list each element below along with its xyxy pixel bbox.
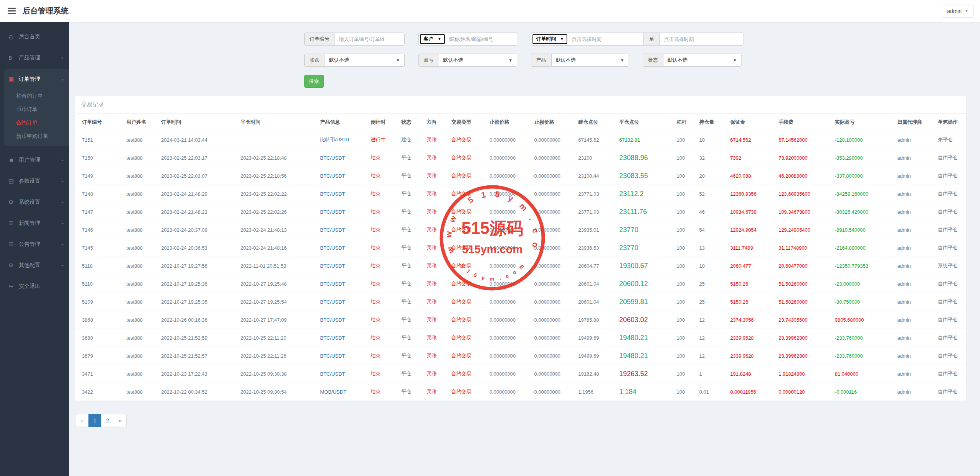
sidebar-item-用户管理[interactable]: ☻用户管理▸: [0, 149, 69, 170]
customer-select[interactable]: 客户 ▼: [420, 34, 445, 44]
sidebar-subitem-合约订单[interactable]: 合约订单: [4, 116, 69, 129]
direction: 买涨: [423, 221, 448, 239]
sidebar-item-订单管理[interactable]: ▣订单管理▾: [4, 69, 69, 89]
open-time: 2022-10-23 17:22:43: [158, 365, 237, 383]
trade-type: 合约交易: [448, 239, 486, 257]
direction: 买涨: [423, 275, 448, 293]
filter-select-状态[interactable]: 默认不选▼: [663, 54, 741, 66]
sidebar-subitem-新币申购订单[interactable]: 新币申购订单: [4, 129, 69, 143]
filter-select-涨跌[interactable]: 默认不选▼: [325, 54, 404, 66]
user-name: test888: [123, 311, 158, 329]
page-button-2[interactable]: 2: [101, 414, 114, 427]
chevron-right-icon: ▸: [62, 221, 64, 225]
operation: 自由平仓: [935, 167, 966, 185]
page-button-»[interactable]: »: [114, 414, 127, 427]
product-link[interactable]: MOB/USDT: [317, 383, 368, 401]
close-point: 20600.12: [616, 275, 674, 293]
table-row: 7151test8882024-03-21 14:03:44比特币/USDT进行…: [75, 131, 966, 149]
page-button-«[interactable]: «: [76, 414, 89, 427]
open-time: 2022-10-26 00:16:36: [158, 311, 237, 329]
leverage: 100: [674, 347, 696, 365]
close-time: 2023-02-25 22:18:56: [237, 167, 317, 185]
sidebar-item-其他配置[interactable]: ⚙其他配置▸: [0, 255, 69, 276]
time-to-input[interactable]: [660, 36, 743, 42]
close-time: 2022-10-27 19:25:54: [237, 293, 317, 311]
product-link[interactable]: 比特币/USDT: [317, 131, 368, 149]
bitcoin-icon: ฿: [8, 54, 19, 61]
sidebar-subitem-币币订单[interactable]: 币币订单: [4, 103, 69, 116]
user-name: test888: [123, 257, 158, 275]
sidebar-subitem-秒合约订单[interactable]: 秒合约订单: [4, 89, 69, 103]
margin: 2339.9628: [727, 347, 776, 365]
product-link[interactable]: BTC/USDT: [317, 203, 368, 221]
status: 平仓: [398, 167, 423, 185]
chevron-down-icon: ▼: [396, 58, 400, 62]
product-link[interactable]: BTC/USDT: [317, 347, 368, 365]
sidebar-item-新闻管理[interactable]: ☰新闻管理▸: [0, 213, 69, 234]
agent: admin: [894, 203, 935, 221]
position-amount: 25: [696, 293, 727, 311]
sidebar-item-产品管理[interactable]: ฿产品管理▸: [0, 47, 69, 68]
leverage: 100: [674, 293, 696, 311]
close-point: 20603.02: [616, 311, 674, 329]
countdown: 结束: [368, 257, 398, 275]
product-link[interactable]: BTC/USDT: [317, 221, 368, 239]
open-point: 19182.48: [575, 365, 616, 383]
table-row: 7150test8882023-02-25 22:03:172023-02-25…: [75, 149, 966, 167]
fee: 109.34673800: [776, 203, 832, 221]
page-button-1[interactable]: 1: [88, 414, 101, 427]
product-link[interactable]: BTC/USDT: [317, 275, 368, 293]
sidebar-item-label: 安全退出: [19, 283, 69, 290]
column-header: 倒计时: [368, 114, 398, 131]
time-type-select[interactable]: 订单时间 ▼: [532, 34, 568, 44]
filter-select-产品[interactable]: 默认不选▼: [552, 54, 629, 66]
product-link[interactable]: BTC/USDT: [317, 257, 368, 275]
sidebar-item-安全退出[interactable]: ↪安全退出: [0, 276, 69, 297]
product-link[interactable]: BTC/USDT: [317, 311, 368, 329]
chevron-right-icon: ▸: [62, 158, 64, 162]
open-time: 2023-02-25 22:03:17: [158, 149, 237, 167]
time-from-input[interactable]: [567, 36, 643, 42]
file-icon: ▤: [8, 178, 19, 185]
operation: 自由平仓: [935, 149, 966, 167]
product-link[interactable]: BTC/USDT: [317, 149, 368, 167]
profit: -23.000000: [832, 275, 894, 293]
trade-type: 合约交易: [448, 203, 486, 221]
sidebar-item-系统设置[interactable]: ⚙系统设置▸: [0, 191, 69, 213]
margin: 10934.6738: [727, 203, 776, 221]
stop-loss-price: 0.00000000: [531, 257, 575, 275]
leverage: 100: [674, 131, 696, 149]
sidebar-item-label: 参数设置: [19, 178, 62, 185]
user-name: test888: [123, 275, 158, 293]
close-point: 23770: [616, 239, 674, 257]
filter-select-盈亏[interactable]: 默认不选▼: [439, 54, 517, 66]
order-no-input[interactable]: [335, 33, 405, 45]
hamburger-menu-icon[interactable]: [8, 8, 16, 14]
status: 平仓: [398, 203, 423, 221]
close-point: 19480.21: [616, 347, 674, 365]
fee: 23.39962800: [776, 347, 832, 365]
table-row: 7149test8882023-02-25 22:03:072023-02-25…: [75, 167, 966, 185]
table-row: 7147test8882023-02-24 21:48:232023-02-25…: [75, 203, 966, 221]
leverage: 100: [674, 149, 696, 167]
chevron-down-icon: ▼: [560, 37, 564, 41]
countdown: 结束: [368, 239, 398, 257]
product-link[interactable]: BTC/USDT: [317, 239, 368, 257]
sidebar-item-公告管理[interactable]: ☰公告管理▸: [0, 234, 69, 255]
table-header-row: 订单编号用户姓名订单时间平仓时间产品信息倒计时状态方向交易类型止盈价格止损价格建…: [75, 114, 966, 131]
margin: 5150.26: [727, 275, 776, 293]
product-link[interactable]: BTC/USDT: [317, 185, 368, 203]
operation: 自由平仓: [935, 185, 966, 203]
position-amount: 13: [696, 239, 727, 257]
product-link[interactable]: BTC/USDT: [317, 293, 368, 311]
sidebar-item-后台首页[interactable]: ◴后台首页: [0, 26, 69, 47]
user-menu-button[interactable]: admin ▼: [942, 5, 974, 18]
product-link[interactable]: BTC/USDT: [317, 329, 368, 347]
sidebar-item-参数设置[interactable]: ▤参数设置▸: [0, 170, 69, 191]
gears-icon: ⚙: [8, 199, 19, 206]
search-button[interactable]: 搜索: [304, 75, 324, 88]
position-amount: 12: [696, 311, 727, 329]
customer-search-input[interactable]: [445, 36, 516, 42]
product-link[interactable]: BTC/USDT: [317, 167, 368, 185]
product-link[interactable]: BTC/USDT: [317, 365, 368, 383]
